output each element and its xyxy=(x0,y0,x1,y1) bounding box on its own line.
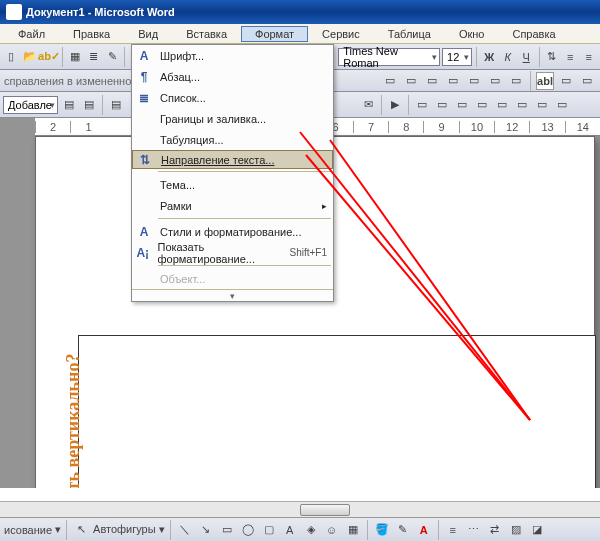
3d-icon[interactable]: ◪ xyxy=(528,521,546,539)
list-icon: ≣ xyxy=(132,87,156,108)
add-combo[interactable]: Добавле xyxy=(3,96,58,114)
toolbar-icon[interactable]: ▭ xyxy=(507,72,525,90)
menu-separator xyxy=(158,171,331,172)
menu-item-theme[interactable]: Тема... xyxy=(132,174,333,195)
separator xyxy=(381,95,382,115)
frames-icon xyxy=(132,195,156,216)
dropdown-arrow-icon[interactable]: ▾ xyxy=(55,523,61,536)
vertical-text[interactable]: Как в WORDе печатать вертикально? xyxy=(63,354,84,488)
window-title: Документ1 - Microsoft Word xyxy=(26,6,175,18)
menu-item-borders[interactable]: Границы и заливка... xyxy=(132,108,333,129)
rect-icon[interactable]: ▭ xyxy=(218,521,236,539)
toolbar-icon[interactable]: ▭ xyxy=(465,72,483,90)
font-size-combo[interactable]: 12 xyxy=(442,48,472,66)
menu-item-text-direction[interactable]: ⇅Направление текста... xyxy=(132,150,333,169)
number-icon[interactable]: ▤ xyxy=(80,96,98,114)
nav-icon[interactable]: ▶ xyxy=(386,96,404,114)
font-name-combo[interactable]: Times New Roman xyxy=(338,48,440,66)
menu-tools[interactable]: Сервис xyxy=(308,26,374,42)
draw-label[interactable]: исование xyxy=(4,524,52,536)
dash-icon[interactable]: ⋯ xyxy=(465,521,483,539)
toolbar-icon[interactable]: ▭ xyxy=(423,72,441,90)
columns-icon[interactable]: ≣ xyxy=(85,48,102,66)
menu-format[interactable]: Формат xyxy=(241,26,308,42)
italic-button[interactable]: К xyxy=(500,48,517,66)
horizontal-scrollbar[interactable] xyxy=(0,501,600,517)
menu-separator xyxy=(158,265,331,266)
arrow-style-icon[interactable]: ⇄ xyxy=(486,521,504,539)
menu-expand-button[interactable]: ▾ xyxy=(132,289,333,301)
menu-item-frames[interactable]: Рамки▸ xyxy=(132,195,333,216)
new-doc-icon[interactable]: ▯ xyxy=(3,48,20,66)
shadow-icon[interactable]: ▨ xyxy=(507,521,525,539)
menu-view[interactable]: Вид xyxy=(124,26,172,42)
menu-item-object: Объект... xyxy=(132,268,333,289)
toolbar-icon[interactable]: ▭ xyxy=(578,72,596,90)
separator xyxy=(367,520,368,540)
menu-help[interactable]: Справка xyxy=(498,26,569,42)
insert-icon[interactable]: ▭ xyxy=(533,96,551,114)
textbox-icon[interactable]: ▢ xyxy=(260,521,278,539)
toolbar-icon[interactable]: ▭ xyxy=(444,72,462,90)
mail-icon[interactable]: ✉ xyxy=(359,96,377,114)
insert-icon[interactable]: ▭ xyxy=(513,96,531,114)
toolbar-icon[interactable]: ▭ xyxy=(402,72,420,90)
insert-icon[interactable]: ▭ xyxy=(453,96,471,114)
separator xyxy=(408,95,409,115)
menu-insert[interactable]: Вставка xyxy=(172,26,241,42)
window-titlebar: Документ1 - Microsoft Word xyxy=(0,0,600,24)
insert-icon[interactable]: ▭ xyxy=(413,96,431,114)
separator xyxy=(124,47,125,67)
indent-icon[interactable]: ▤ xyxy=(107,96,125,114)
menu-window[interactable]: Окно xyxy=(445,26,499,42)
separator xyxy=(438,520,439,540)
bold-button[interactable]: Ж xyxy=(481,48,498,66)
insert-icon[interactable]: ▭ xyxy=(433,96,451,114)
table-icon[interactable]: ▦ xyxy=(67,48,84,66)
insert-icon[interactable]: ▭ xyxy=(493,96,511,114)
insert-icon[interactable]: ▭ xyxy=(473,96,491,114)
underline-button[interactable]: Ч xyxy=(518,48,535,66)
line-color-icon[interactable]: ✎ xyxy=(394,521,412,539)
menu-item-tabs[interactable]: Табуляция... xyxy=(132,129,333,150)
insert-icon[interactable]: ▭ xyxy=(553,96,571,114)
menu-file[interactable]: Файл xyxy=(4,26,59,42)
separator xyxy=(66,520,67,540)
fill-color-icon[interactable]: 🪣 xyxy=(373,521,391,539)
text-direction-icon[interactable]: ⇅ xyxy=(543,48,560,66)
spell-icon[interactable]: ab✓ xyxy=(40,48,58,66)
menu-item-list[interactable]: ≣Список... xyxy=(132,87,333,108)
clipart-icon[interactable]: ☺ xyxy=(323,521,341,539)
toolbar-icon[interactable]: ▭ xyxy=(486,72,504,90)
menu-item-styles[interactable]: AСтили и форматирование... xyxy=(132,221,333,242)
picture-icon[interactable]: ▦ xyxy=(344,521,362,539)
diagram-icon[interactable]: ◈ xyxy=(302,521,320,539)
menu-item-paragraph[interactable]: ¶Абзац... xyxy=(132,66,333,87)
drawing-icon[interactable]: ✎ xyxy=(104,48,121,66)
menu-edit[interactable]: Правка xyxy=(59,26,124,42)
menu-table[interactable]: Таблица xyxy=(374,26,445,42)
bullet-icon[interactable]: ▤ xyxy=(60,96,78,114)
align-icon2[interactable]: ≡ xyxy=(580,48,597,66)
align-icon[interactable]: ≡ xyxy=(562,48,579,66)
menu-separator xyxy=(158,218,331,219)
open-icon[interactable]: 📂 xyxy=(22,48,39,66)
abl-icon[interactable]: abl xyxy=(536,72,554,90)
font-color-icon[interactable]: A xyxy=(415,521,433,539)
autofigures-button[interactable]: Автофигуры ▾ xyxy=(93,523,165,536)
text-box[interactable]: Как в WORDе печатать вертикально? xyxy=(78,335,596,488)
scrollbar-thumb[interactable] xyxy=(300,504,350,516)
menu-item-reveal-formatting[interactable]: A¡Показать форматирование...Shift+F1 xyxy=(132,242,333,263)
tabs-icon xyxy=(132,129,156,150)
wordart-icon[interactable]: A xyxy=(281,521,299,539)
oval-icon[interactable]: ◯ xyxy=(239,521,257,539)
arrow-icon[interactable]: ↘ xyxy=(197,521,215,539)
line-weight-icon[interactable]: ≡ xyxy=(444,521,462,539)
line-icon[interactable]: ＼ xyxy=(176,521,194,539)
toolbar-icon[interactable]: ▭ xyxy=(557,72,575,90)
menu-item-font[interactable]: AШрифт... xyxy=(132,45,333,66)
toolbar-icon[interactable]: ▭ xyxy=(381,72,399,90)
select-icon[interactable]: ↖ xyxy=(72,521,90,539)
drawing-toolbar: исование▾ ↖ Автофигуры ▾ ＼ ↘ ▭ ◯ ▢ A ◈ ☺… xyxy=(0,517,600,541)
menu-bar: Файл Правка Вид Вставка Формат Сервис Та… xyxy=(0,24,600,44)
